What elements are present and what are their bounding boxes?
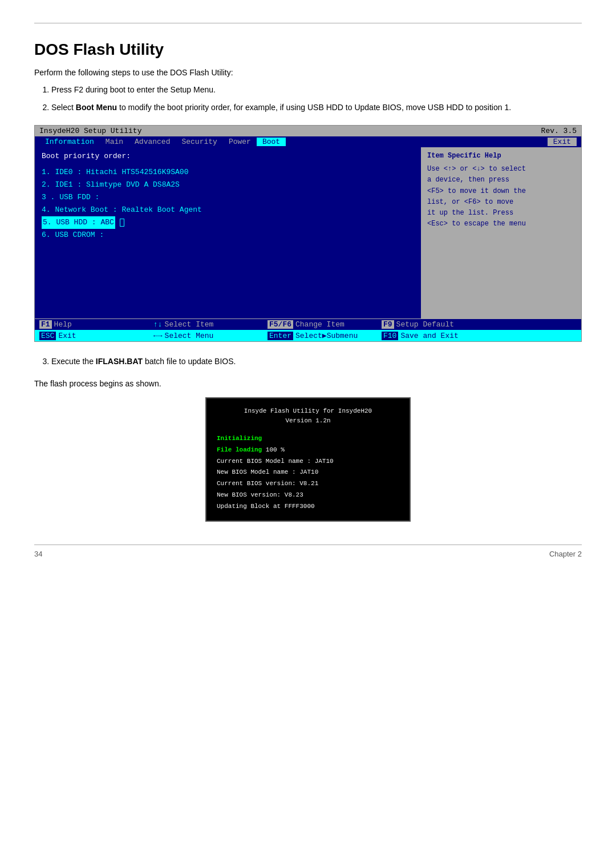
cursor-block <box>120 219 124 227</box>
boot-item-1: 1. IDE0 : Hitachi HTS542516K9SA00 <box>42 166 414 179</box>
top-rule <box>34 23 582 23</box>
flash-title-line2: Version 1.2n <box>217 416 399 426</box>
key-arrows: ↑↓ <box>153 320 163 329</box>
boot-item-2: 2. IDE1 : Slimtype DVD A DS8A2S <box>42 179 414 191</box>
flash-line-initializing: Initializing <box>217 433 399 445</box>
key-f9: F9 <box>382 320 394 329</box>
bios-main: Boot priority order: 1. IDE0 : Hitachi H… <box>35 147 422 318</box>
boot-item-5-text: 5. USB HDD : ABC <box>42 216 115 229</box>
footer-row-2: ESC Exit ←→ Select Menu Enter Select▶Sub… <box>35 330 581 341</box>
desc-save-exit: Save and Exit <box>400 332 458 340</box>
bios-sidebar: Item Specific Help Use <↑> or <↓> to sel… <box>422 147 581 318</box>
sidebar-line-6: <Esc> to escape the menu <box>427 219 576 229</box>
desc-exit: Exit <box>58 332 76 340</box>
steps-list: Press F2 during boot to enter the Setup … <box>51 84 582 114</box>
step-2-bold: Boot Menu <box>76 103 117 112</box>
flash-line-current-version: Current BIOS version: V8.21 <box>217 478 399 490</box>
bios-nav-bar: Information Main Advanced Security Power… <box>35 136 581 147</box>
step-2-text-pre: Select <box>51 103 76 112</box>
footer-f10: F10 Save and Exit <box>382 331 473 340</box>
sidebar-title: Item Specific Help <box>427 151 576 162</box>
nav-exit[interactable]: Exit <box>548 138 577 146</box>
nav-security[interactable]: Security <box>176 138 222 146</box>
flash-title-line1: Insyde Flash Utility for InsydeH20 <box>217 406 399 416</box>
boot-item-5[interactable]: 5. USB HDD : ABC <box>42 216 124 229</box>
boot-item-3: 3 . USB FDD : <box>42 191 414 204</box>
nav-advanced[interactable]: Advanced <box>129 138 176 146</box>
nav-information[interactable]: Information <box>39 138 100 146</box>
desc-change-item: Change Item <box>295 320 345 329</box>
key-lr-arrows: ←→ <box>153 332 163 340</box>
key-f10: F10 <box>382 332 398 340</box>
desc-help: Help <box>54 320 72 329</box>
key-f5f6: F5/F6 <box>268 320 293 329</box>
step-3-bold: IFLASH.BAT <box>96 357 143 366</box>
bios-title-right: Rev. 3.5 <box>541 127 577 135</box>
bios-body: Boot priority order: 1. IDE0 : Hitachi H… <box>35 147 581 318</box>
desc-select-item: Select Item <box>165 320 214 329</box>
step-3: Execute the IFLASH.BAT batch file to upd… <box>51 356 582 368</box>
footer-change-item: F5/F6 Change Item <box>268 320 359 329</box>
page-footer: 34 Chapter 2 <box>34 545 582 558</box>
bios-title-left: InsydeH20 Setup Utility <box>39 127 141 135</box>
sidebar-line-5: it up the list. Press <box>427 208 576 219</box>
flash-line-current-model: Current BIOS Model name : JAT10 <box>217 456 399 467</box>
flash-screen: Insyde Flash Utility for InsydeH20 Versi… <box>205 397 411 522</box>
desc-setup-default: Setup Default <box>396 320 454 329</box>
sidebar-line-2: a device, then press <box>427 175 576 185</box>
sidebar-line-3: <F5> to move it down the <box>427 186 576 197</box>
nav-power[interactable]: Power <box>223 138 257 146</box>
page-number: 34 <box>34 550 42 558</box>
footer-select-menu: ←→ Select Menu <box>153 331 245 340</box>
sidebar-line-4: list, or <F6> to move <box>427 197 576 208</box>
step-2: Select Boot Menu to modify the boot prio… <box>51 102 582 114</box>
bios-footer: F1 Help ↑↓ Select Item F5/F6 Change Item… <box>35 318 581 341</box>
boot-item-4: 4. Network Boot : Realtek Boot Agent <box>42 204 414 216</box>
bios-footer-rows: F1 Help ↑↓ Select Item F5/F6 Change Item… <box>35 319 581 341</box>
chapter-label: Chapter 2 <box>549 550 582 558</box>
flash-body: Initializing File loading 100 % Current … <box>217 433 399 513</box>
step-1-text: Press F2 during boot to enter the Setup … <box>51 85 216 94</box>
key-enter: Enter <box>268 332 293 340</box>
desc-select-menu: Select Menu <box>165 332 214 340</box>
step-3-list: Execute the IFLASH.BAT batch file to upd… <box>51 356 582 368</box>
flash-line-updating: Updating Block at FFFF3000 <box>217 501 399 513</box>
step-2-text-post: to modify the boot priority order, for e… <box>117 103 511 112</box>
flash-title: Insyde Flash Utility for InsydeH20 Versi… <box>217 406 399 425</box>
step-3-text-post: batch file to update BIOS. <box>143 357 236 366</box>
boot-label: Boot priority order: <box>42 152 414 160</box>
boot-item-6: 6. USB CDROM : <box>42 229 414 241</box>
footer-row-1: F1 Help ↑↓ Select Item F5/F6 Change Item… <box>35 319 581 330</box>
key-f1: F1 <box>39 320 52 329</box>
nav-boot[interactable]: Boot <box>257 138 286 146</box>
flash-line-loading: File loading 100 % <box>217 445 399 456</box>
flash-line-new-version: New BIOS version: V8.23 <box>217 490 399 501</box>
nav-main[interactable]: Main <box>100 138 129 146</box>
desc-select-submenu: Select▶Submenu <box>295 331 358 340</box>
footer-enter: Enter Select▶Submenu <box>268 331 359 340</box>
bios-title-bar: InsydeH20 Setup Utility Rev. 3.5 <box>35 126 581 136</box>
footer-select-item: ↑↓ Select Item <box>153 320 245 329</box>
step-3-text-pre: Execute the <box>51 357 96 366</box>
flash-screen-wrapper: Insyde Flash Utility for InsydeH20 Versi… <box>34 397 582 522</box>
intro-text: Perform the following steps to use the D… <box>34 68 582 77</box>
footer-esc: ESC Exit <box>39 331 131 340</box>
key-esc: ESC <box>39 332 56 340</box>
sidebar-line-1: Use <↑> or <↓> to select <box>427 164 576 175</box>
flash-caption: The flash process begins as shown. <box>34 379 582 388</box>
bios-screen: InsydeH20 Setup Utility Rev. 3.5 Informa… <box>34 125 582 342</box>
footer-f1: F1 Help <box>39 320 131 329</box>
page-title: DOS Flash Utility <box>34 41 582 59</box>
flash-line-new-model: New BIOS Model name : JAT10 <box>217 467 399 478</box>
step-1: Press F2 during boot to enter the Setup … <box>51 84 582 96</box>
footer-setup-default: F9 Setup Default <box>382 320 473 329</box>
